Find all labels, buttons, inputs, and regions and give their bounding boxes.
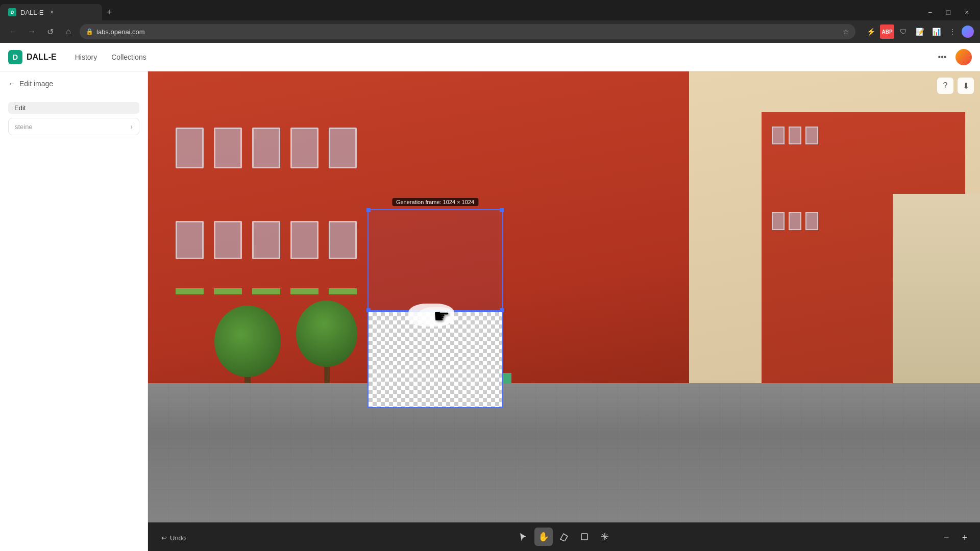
help-button[interactable]: ? xyxy=(937,78,953,94)
address-bar[interactable]: 🔒 labs.openai.com ☆ xyxy=(80,24,855,39)
left-panel: ← Edit image Edit › xyxy=(0,71,148,551)
crop-tool-button[interactable] xyxy=(575,528,594,546)
window xyxy=(772,127,785,144)
move-icon: ✋ xyxy=(538,531,549,542)
app-header: D DALL-E History Collections ••• xyxy=(0,43,980,71)
tab-close-button[interactable]: × xyxy=(48,8,56,16)
header-right: ••• xyxy=(935,49,972,65)
lock-icon: 🔒 xyxy=(86,28,93,35)
undo-label: Undo xyxy=(170,534,186,542)
home-button[interactable]: ⌂ xyxy=(61,24,76,39)
app-logo: D DALL-E xyxy=(8,50,57,64)
back-arrow-icon: ← xyxy=(8,80,15,88)
tree-top-2 xyxy=(296,300,357,367)
window xyxy=(789,127,801,144)
edit-tab[interactable]: Edit xyxy=(8,102,139,114)
download-button[interactable]: ⬇ xyxy=(958,78,974,94)
bookmark-icon[interactable]: ☆ xyxy=(843,28,849,36)
svg-marker-0 xyxy=(560,534,568,541)
back-to-edit-button[interactable]: ← Edit image xyxy=(8,80,139,88)
header-more-button[interactable]: ••• xyxy=(935,50,949,64)
tree-top-1 xyxy=(214,306,281,377)
frame-handle-tl[interactable] xyxy=(366,208,371,212)
select-tool-button[interactable] xyxy=(514,528,532,546)
toolbar-ext-3[interactable]: 📊 xyxy=(929,24,943,39)
window xyxy=(772,212,785,230)
toolbar-ext-1[interactable]: 🛡 xyxy=(896,24,911,39)
far-right-building xyxy=(893,194,980,398)
app-name: DALL-E xyxy=(27,53,57,62)
main-content: ← Edit image Edit › xyxy=(0,71,980,551)
back-button[interactable]: ← xyxy=(6,24,20,39)
abp-icon[interactable]: ABP xyxy=(880,24,894,39)
app-nav: History Collections xyxy=(69,50,153,64)
browser-toolbar-right: ⚡ ABP 🛡 📝 📊 ⋮ xyxy=(864,24,974,39)
address-bar-row: ← → ↺ ⌂ 🔒 labs.openai.com ☆ ⚡ ABP 🛡 📝 📊 … xyxy=(0,20,980,43)
expand-tool-button[interactable] xyxy=(596,528,614,546)
undo-icon: ↩ xyxy=(161,534,167,542)
window xyxy=(176,128,204,168)
browser-chrome: D DALL-E × + − □ × ← → ↺ ⌂ 🔒 xyxy=(0,0,980,43)
browser-tab[interactable]: D DALL-E × xyxy=(0,4,102,20)
tab-favicon: D xyxy=(8,8,16,16)
generation-frame[interactable]: Generation frame: 1024 × 1024 xyxy=(368,209,503,311)
frame-handle-tr[interactable] xyxy=(500,208,504,212)
tool-buttons: ✋ xyxy=(514,528,614,546)
window xyxy=(805,212,818,230)
profile-avatar[interactable] xyxy=(962,26,974,38)
edit-image-title: Edit image xyxy=(19,80,53,88)
prompt-arrow-icon: › xyxy=(130,122,133,131)
extensions-icon[interactable]: ⚡ xyxy=(864,24,878,39)
nav-collections[interactable]: Collections xyxy=(105,50,152,64)
window xyxy=(176,221,204,259)
more-tools-icon[interactable]: ⋮ xyxy=(945,24,960,39)
maximize-button[interactable]: □ xyxy=(941,5,955,19)
url-text: labs.openai.com xyxy=(96,28,145,36)
new-tab-button[interactable]: + xyxy=(102,5,116,19)
canvas-top-right: ? ⬇ xyxy=(937,78,974,94)
minimize-button[interactable]: − xyxy=(923,5,937,19)
zoom-in-button[interactable]: + xyxy=(958,531,972,545)
edit-prompt-row: › xyxy=(8,118,139,135)
address-bar-right: ☆ xyxy=(843,28,849,36)
flower-box xyxy=(176,288,204,294)
tab-bar: D DALL-E × + − □ × xyxy=(0,0,980,20)
window xyxy=(805,127,818,144)
move-tool-button[interactable]: ✋ xyxy=(534,528,553,546)
bottom-toolbar: ↩ Undo ✋ xyxy=(148,522,980,551)
app-logo-icon: D xyxy=(8,50,22,64)
svg-rect-1 xyxy=(581,534,587,540)
generation-frame-label: Generation frame: 1024 × 1024 xyxy=(392,198,478,206)
window xyxy=(789,212,801,230)
right-windows xyxy=(772,127,818,144)
street-photo: Generation frame: 1024 × 1024 ☛ xyxy=(148,71,980,551)
user-avatar[interactable] xyxy=(955,49,972,65)
zoom-out-button[interactable]: − xyxy=(939,531,953,545)
window-close-button[interactable]: × xyxy=(960,5,974,19)
right-windows-2 xyxy=(772,212,818,230)
refresh-button[interactable]: ↺ xyxy=(43,24,57,39)
nav-history[interactable]: History xyxy=(69,50,104,64)
brush-stroke-2 xyxy=(419,307,454,325)
edit-prompt-input[interactable] xyxy=(15,123,130,131)
tab-bar-right: − □ × xyxy=(923,5,980,19)
toolbar-ext-2[interactable]: 📝 xyxy=(913,24,927,39)
eraser-tool-button[interactable] xyxy=(555,528,573,546)
tab-title: DALL-E xyxy=(20,9,44,16)
zoom-controls: − + xyxy=(939,531,972,545)
undo-button[interactable]: ↩ Undo xyxy=(156,531,191,545)
canvas-area[interactable]: Generation frame: 1024 × 1024 ☛ ? ⬇ xyxy=(148,71,980,551)
forward-button[interactable]: → xyxy=(24,24,39,39)
